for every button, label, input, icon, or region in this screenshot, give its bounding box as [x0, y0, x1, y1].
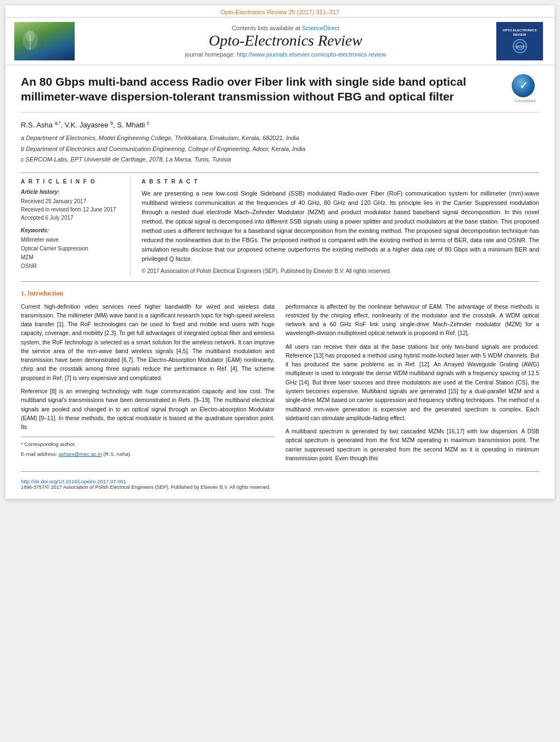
svg-point-2 — [26, 31, 35, 42]
corresponding-author-note: * Corresponding author. — [21, 440, 275, 449]
issn-line: 1896-3757/© 2017 Association of Polish E… — [21, 484, 539, 490]
revised-date: Received in revised form 12 June 2017 — [21, 205, 122, 214]
article-title-text: An 80 Gbps multi-band access Radio over … — [21, 74, 505, 104]
intro-para-4: All users can receive their data at the … — [285, 342, 539, 422]
article-info-heading: A R T I C L E I N F O — [21, 178, 122, 185]
top-journal-link: Opto-Electronics Review 25 (2017) 311–31… — [5, 5, 555, 17]
svg-text:2015: 2015 — [516, 45, 524, 49]
email-link[interactable]: ashars@mec.ac.in — [59, 451, 102, 457]
author-mhatli: S. Mhatli c — [117, 121, 149, 129]
doi-line: http://dx.doi.org/10.1016/j.opelre.2017.… — [21, 478, 539, 484]
intro-col-right: performance is affected by the nonlinear… — [285, 302, 539, 467]
keyword-3: MZM — [21, 253, 122, 262]
keywords-heading: Keywords: — [21, 227, 122, 233]
crossmark-logo: ✓ CrossMark — [512, 74, 539, 103]
footnote-area: * Corresponding author. E-mail address: … — [21, 437, 275, 458]
elsevier-logo-box: ELSEVIER — [14, 22, 75, 60]
journal-logo-right: OPTO-ELECTRONICS REVIEW 2015 — [496, 22, 546, 60]
author-jayasree: V.K. Jayasree b — [65, 121, 113, 129]
affiliation-a: a Department of Electronics, Model Engin… — [21, 133, 539, 143]
keyword-1: Millimeter wave — [21, 236, 122, 244]
article-info-col: A R T I C L E I N F O Article history: R… — [21, 178, 131, 276]
elsevier-logo: ELSEVIER — [14, 22, 75, 60]
article-history: Article history: Received 25 January 201… — [21, 189, 122, 222]
affiliation-c: c SERCOM-Labs, EPT Université de Carthag… — [21, 155, 539, 165]
accepted-date: Accepted 6 July 2017 — [21, 214, 122, 222]
sciencedirect-link[interactable]: ScienceDirect — [302, 25, 339, 31]
authors-line: R.S. Asha a,*, V.K. Jayasree b, S. Mhatl… — [21, 120, 539, 129]
body-two-col: Current high-definition video services n… — [21, 302, 539, 467]
bottom-footer: http://dx.doi.org/10.1016/j.opelre.2017.… — [21, 471, 539, 490]
article-body: An 80 Gbps multi-band access Radio over … — [5, 65, 555, 499]
keywords-section: Keywords: Millimeter wave Optical Carrie… — [21, 227, 122, 271]
journal-header-center: Contents lists available at ScienceDirec… — [83, 25, 488, 58]
article-title-section: An 80 Gbps multi-band access Radio over … — [21, 74, 539, 113]
received-date: Received 25 January 2017 — [21, 197, 122, 205]
email-label: E-mail address: — [21, 451, 57, 457]
abstract-copyright: © 2017 Association of Polish Electrical … — [142, 267, 539, 276]
intro-heading: 1. Introduction — [21, 289, 539, 298]
keyword-4: OSNR — [21, 262, 122, 271]
abstract-col: A B S T R A C T We are presenting a new … — [142, 178, 539, 276]
abstract-text: We are presenting a new low-cost Single … — [142, 189, 539, 276]
contents-available-line: Contents lists available at ScienceDirec… — [83, 25, 488, 31]
abstract-heading: A B S T R A C T — [142, 178, 539, 185]
intro-para-5: A multiband spectrum is generated by two… — [285, 427, 539, 462]
journal-title: Opto-Electronics Review — [83, 32, 488, 49]
intro-para-1: Current high-definition video services n… — [21, 302, 275, 382]
journal-logo-box: OPTO-ELECTRONICS REVIEW 2015 — [496, 22, 543, 60]
journal-header: ELSEVIER Contents lists available at Sci… — [5, 17, 555, 65]
article-history-heading: Article history: — [21, 189, 122, 195]
keyword-2: Optical Carrier Suppression — [21, 244, 122, 253]
intro-para-3: performance is affected by the nonlinear… — [285, 302, 539, 338]
star-note: * Corresponding author. — [21, 441, 76, 447]
email-line: E-mail address: ashars@mec.ac.in (R.S. A… — [21, 450, 275, 459]
homepage-line: journal homepage: http://www.journals.el… — [83, 51, 488, 58]
journal-homepage-link[interactable]: http://www.journals.elsevier.com/opto-el… — [237, 51, 386, 58]
article-info-abstract: A R T I C L E I N F O Article history: R… — [21, 172, 539, 282]
intro-col-left: Current high-definition video services n… — [21, 302, 275, 467]
author-asha: R.S. Asha a,* — [21, 121, 60, 129]
journal-citation: Opto-Electronics Review 25 (2017) 311–31… — [221, 9, 339, 15]
email-suffix: (R.S. Asha). — [103, 451, 131, 457]
crossmark-icon: ✓ — [512, 74, 535, 97]
affiliation-b: b Department of Electronics and Communic… — [21, 144, 539, 154]
article-title: An 80 Gbps multi-band access Radio over … — [21, 74, 505, 104]
affiliations: a Department of Electronics, Model Engin… — [21, 133, 539, 165]
page: Opto-Electronics Review 25 (2017) 311–31… — [5, 5, 555, 499]
intro-para-2: Reference [8] is an emerging technology … — [21, 387, 275, 431]
